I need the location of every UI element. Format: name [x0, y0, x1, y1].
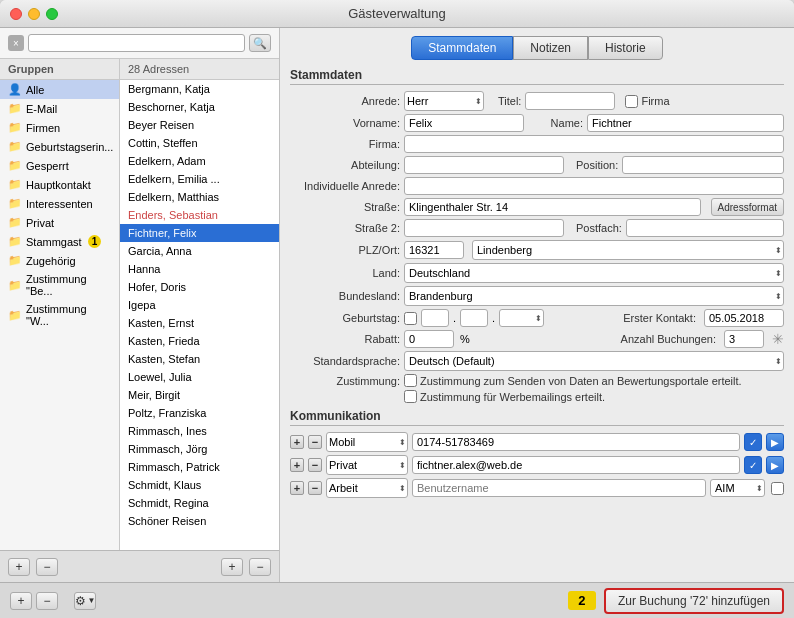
titel-input[interactable] — [525, 92, 615, 110]
maximize-button[interactable] — [46, 8, 58, 20]
komm-type-select-2[interactable]: Privat — [326, 455, 408, 475]
gear-button[interactable]: ⚙ ▼ — [74, 592, 96, 610]
firma-checkbox[interactable] — [625, 95, 638, 108]
sidebar-item-hauptkontakt[interactable]: 📁 Hauptkontakt — [0, 175, 119, 194]
adressformat-button[interactable]: Adressformat — [711, 198, 784, 216]
komm-check-2[interactable]: ✓ — [744, 456, 762, 474]
zustimmung1-checkbox[interactable] — [404, 374, 417, 387]
komm-type-select-3[interactable]: Arbeit — [326, 478, 408, 498]
sidebar-item-interessenten[interactable]: 📁 Interessenten — [0, 194, 119, 213]
aim-select[interactable]: AIM — [710, 479, 765, 497]
list-item[interactable]: Meir, Birgit — [120, 386, 279, 404]
strasse-input[interactable] — [404, 198, 701, 216]
komm-type-select-1[interactable]: Mobil — [326, 432, 408, 452]
list-item[interactable]: Rimmasch, Ines — [120, 422, 279, 440]
list-item[interactable]: Poltz, Franziska — [120, 404, 279, 422]
firma-checkbox-label[interactable]: Firma — [625, 95, 669, 108]
geburtstag-checkbox[interactable] — [404, 312, 417, 325]
tab-stammdaten[interactable]: Stammdaten — [411, 36, 513, 60]
zustimmung2-checkbox[interactable] — [404, 390, 417, 403]
list-item[interactable]: Schmidt, Klaus — [120, 476, 279, 494]
indiv-anrede-input[interactable] — [404, 177, 784, 195]
sidebar-item-zustimmung-w[interactable]: 📁 Zustimmung "W... — [0, 300, 119, 330]
komm-check-3[interactable] — [771, 482, 784, 495]
tab-notizen[interactable]: Notizen — [513, 36, 588, 60]
sidebar-item-email[interactable]: 📁 E-Mail — [0, 99, 119, 118]
list-item[interactable]: Schmidt, Regina — [120, 494, 279, 512]
geburtstag-year[interactable] — [499, 309, 544, 327]
list-item[interactable]: Bergmann, Katja — [120, 80, 279, 98]
komm-check-1[interactable]: ✓ — [744, 433, 762, 451]
komm-value-1[interactable] — [412, 433, 740, 451]
list-item[interactable]: Hofer, Doris — [120, 278, 279, 296]
plz-input[interactable] — [404, 241, 464, 259]
bottom-add-button[interactable]: + — [10, 592, 32, 610]
firma-input[interactable] — [404, 135, 784, 153]
land-select[interactable]: Deutschland — [404, 263, 784, 283]
list-item[interactable]: Schöner Reisen — [120, 512, 279, 530]
list-item[interactable]: Hanna — [120, 260, 279, 278]
ort-select[interactable]: Lindenberg — [472, 240, 784, 260]
komm-value-3[interactable] — [412, 479, 706, 497]
komm-arrow-2[interactable]: ▶ — [766, 456, 784, 474]
sidebar-item-firmen[interactable]: 📁 Firmen — [0, 118, 119, 137]
remove-contact-button[interactable]: − — [249, 558, 271, 576]
search-input[interactable] — [28, 34, 245, 52]
add-contact-button[interactable]: + — [221, 558, 243, 576]
zustimmung1-label[interactable]: Zustimmung zum Senden von Daten an Bewer… — [404, 374, 742, 387]
sidebar-item-zustimmung-be[interactable]: 📁 Zustimmung "Be... — [0, 270, 119, 300]
list-item[interactable]: Edelkern, Matthias — [120, 188, 279, 206]
remove-group-button[interactable]: − — [36, 558, 58, 576]
erster-kontakt-input[interactable] — [704, 309, 784, 327]
geburtstag-day[interactable] — [421, 309, 449, 327]
sidebar-item-stammgast[interactable]: 📁 Stammgast 1 — [0, 232, 119, 251]
close-button[interactable] — [10, 8, 22, 20]
vorname-input[interactable] — [404, 114, 524, 132]
bundesland-select[interactable]: Brandenburg — [404, 286, 784, 306]
list-item[interactable]: Cottin, Steffen — [120, 134, 279, 152]
list-item[interactable]: Beyer Reisen — [120, 116, 279, 134]
list-item[interactable]: Beschorner, Katja — [120, 98, 279, 116]
list-item-fichtner[interactable]: Fichtner, Felix — [120, 224, 279, 242]
strasse2-input[interactable] — [404, 219, 564, 237]
komm-remove-1[interactable]: − — [308, 435, 322, 449]
komm-remove-3[interactable]: − — [308, 481, 322, 495]
rabatt-input[interactable] — [404, 330, 454, 348]
list-item-enders[interactable]: Enders, Sebastian — [120, 206, 279, 224]
komm-value-2[interactable] — [412, 456, 740, 474]
name-input[interactable] — [587, 114, 784, 132]
list-item[interactable]: Kasten, Ernst — [120, 314, 279, 332]
sidebar-item-privat[interactable]: 📁 Privat — [0, 213, 119, 232]
list-item[interactable]: Kasten, Stefan — [120, 350, 279, 368]
anzahl-buchungen-input[interactable] — [724, 330, 764, 348]
refresh-icon[interactable]: ✳ — [772, 331, 784, 347]
booking-button[interactable]: Zur Buchung '72' hinzufügen — [604, 588, 784, 614]
position-input[interactable] — [622, 156, 784, 174]
postfach-input[interactable] — [626, 219, 784, 237]
list-item[interactable]: Edelkern, Adam — [120, 152, 279, 170]
komm-add-2[interactable]: + — [290, 458, 304, 472]
komm-remove-2[interactable]: − — [308, 458, 322, 472]
search-clear-button[interactable]: × — [8, 35, 24, 51]
bottom-remove-button[interactable]: − — [36, 592, 58, 610]
add-group-button[interactable]: + — [8, 558, 30, 576]
list-item[interactable]: Edelkern, Emilia ... — [120, 170, 279, 188]
geburtstag-month[interactable] — [460, 309, 488, 327]
zustimmung2-label[interactable]: Zustimmung für Werbemailings erteilt. — [404, 390, 605, 403]
komm-add-1[interactable]: + — [290, 435, 304, 449]
anrede-select[interactable]: Herr Frau — [404, 91, 484, 111]
tab-historie[interactable]: Historie — [588, 36, 663, 60]
list-item[interactable]: Loewel, Julia — [120, 368, 279, 386]
komm-arrow-1[interactable]: ▶ — [766, 433, 784, 451]
list-item[interactable]: Igepa — [120, 296, 279, 314]
sidebar-item-geburtstag[interactable]: 📁 Geburtstagserin... — [0, 137, 119, 156]
abteilung-input[interactable] — [404, 156, 564, 174]
sidebar-item-gesperrt[interactable]: 📁 Gesperrt — [0, 156, 119, 175]
komm-add-3[interactable]: + — [290, 481, 304, 495]
list-item[interactable]: Rimmasch, Patrick — [120, 458, 279, 476]
minimize-button[interactable] — [28, 8, 40, 20]
list-item[interactable]: Garcia, Anna — [120, 242, 279, 260]
sidebar-item-alle[interactable]: 👤 Alle — [0, 80, 119, 99]
list-item[interactable]: Rimmasch, Jörg — [120, 440, 279, 458]
search-button[interactable]: 🔍 — [249, 34, 271, 52]
